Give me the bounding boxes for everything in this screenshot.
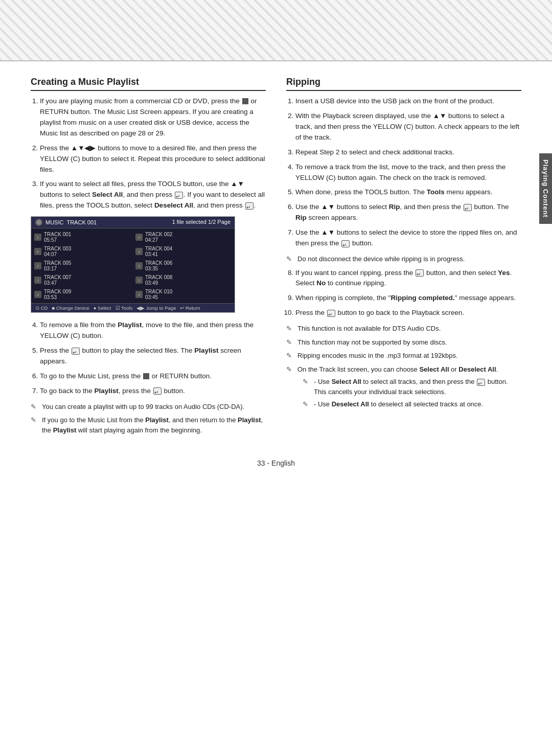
right-note-4b: - Use Deselect All to deselect all selec…	[303, 399, 521, 409]
track-note-icon-10: ♪	[135, 291, 143, 298]
track-time-10: 03:45	[145, 294, 172, 300]
left-step-7: To go back to the Playlist, press the bu…	[40, 386, 266, 397]
track-item-1: ♪ TRACK 001 05:57	[34, 231, 130, 244]
track-item-3: ♪ TRACK 003 04:07	[34, 245, 130, 258]
footer-cd: ⊙ CD	[35, 305, 48, 311]
track-item-6: ♪ TRACK 006 03:35	[135, 259, 232, 272]
track-time-9: 03:53	[44, 294, 71, 300]
right-note-disconnect-item: Do not disconnect the device while rippi…	[286, 254, 521, 264]
left-note-1: You can create a playlist with up to 99 …	[31, 402, 266, 412]
track-time-2: 04:27	[145, 237, 172, 243]
track-time-8: 03:49	[145, 280, 172, 286]
left-notes-list: You can create a playlist with up to 99 …	[31, 402, 266, 436]
header-pattern	[0, 0, 552, 61]
enter-icon	[175, 192, 183, 199]
left-step-1: If you are playing music from a commerci…	[40, 96, 266, 139]
left-step-5: Press the button to play the selected fi…	[40, 346, 266, 367]
footer-tools: ☑ Tools	[116, 305, 133, 311]
page-language-separator: -	[267, 459, 271, 467]
enter-icon-7	[416, 269, 424, 277]
left-step-6: To go to the Music List, press the or RE…	[40, 371, 266, 382]
enter-icon-4	[153, 387, 162, 395]
track-item-2: ♪ TRACK 002 04:27	[135, 231, 232, 244]
track-time-1: 05:57	[44, 237, 71, 243]
right-note-1: This function is not available for DTS A…	[286, 324, 521, 334]
right-step-1: Insert a USB device into the USB jack on…	[295, 96, 521, 107]
right-note-4a: - Use Select All to select all tracks, a…	[303, 377, 521, 397]
track-item-7: ♪ TRACK 007 03:47	[34, 273, 130, 287]
right-note-2: This function may not be supported by so…	[286, 337, 521, 348]
left-step-2: Press the ▲▼◀▶ buttons to move to a desi…	[40, 143, 266, 175]
track-note-icon-4: ♪	[135, 248, 143, 255]
track-item-4: ♪ TRACK 004 03:41	[135, 245, 232, 258]
track-time-6: 03:35	[145, 266, 172, 271]
music-disc-icon	[35, 219, 42, 226]
left-step-4: To remove a file from the Playlist, move…	[40, 320, 266, 341]
track-note-icon-9: ♪	[34, 291, 41, 298]
track-time-5: 03:17	[44, 266, 71, 271]
track-name-9: TRACK 009	[44, 289, 71, 294]
track-name-1: TRACK 001	[44, 232, 71, 237]
track-name-4: TRACK 004	[145, 246, 172, 251]
track-note-icon-8: ♪	[135, 277, 143, 284]
track-item-10: ♪ TRACK 010 03:45	[135, 288, 232, 301]
left-steps-list-continued: To remove a file from the Playlist, move…	[31, 320, 266, 397]
music-screen-header: MUSIC TRACK 001 1 file selected 1/2 Page	[31, 217, 235, 228]
enter-icon-3	[72, 348, 80, 355]
track-time-4: 03:41	[145, 251, 172, 257]
music-track-label: TRACK 001	[66, 219, 97, 225]
footer-change-device: ■ Change Device	[52, 305, 89, 311]
music-screen-image: MUSIC TRACK 001 1 file selected 1/2 Page…	[31, 216, 235, 313]
page-number: 33	[257, 459, 265, 467]
footer-select: ● Select	[94, 305, 111, 311]
track-name-5: TRACK 005	[44, 260, 71, 266]
right-step-5: When done, press the TOOLS button. The T…	[295, 187, 521, 198]
right-step-6: Use the ▲▼ buttons to select Rip, and th…	[295, 202, 521, 223]
track-note-icon-6: ♪	[135, 262, 143, 269]
enter-icon-9	[477, 379, 485, 386]
side-playing-content-label: Playing Content	[539, 153, 552, 224]
music-page-label: 1 file selected 1/2 Page	[172, 219, 231, 226]
track-item-8: ♪ TRACK 008 03:49	[135, 273, 232, 287]
track-note-icon-7: ♪	[34, 277, 41, 284]
track-name-2: TRACK 002	[145, 232, 172, 237]
track-name-3: TRACK 003	[44, 246, 71, 251]
track-time-3: 04:07	[44, 251, 71, 257]
track-note-icon-1: ♪	[34, 234, 41, 241]
page-footer: 33 - English	[31, 459, 521, 467]
track-name-10: TRACK 010	[145, 289, 172, 294]
music-screen-title: MUSIC	[45, 219, 63, 225]
right-note-4: On the Track list screen, you can choose…	[286, 364, 521, 409]
right-step-3: Repeat Step 2 to select and check additi…	[295, 147, 521, 158]
footer-jump: ◀▶ Jump to Page	[136, 305, 176, 311]
left-step-3: If you want to select all files, press t…	[40, 179, 266, 211]
enter-icon-2	[245, 202, 254, 210]
right-steps-list: Insert a USB device into the USB jack on…	[286, 96, 521, 249]
right-step-8: If you want to cancel ripping, press the…	[295, 268, 521, 289]
footer-return: ↩ Return	[180, 305, 200, 311]
track-note-icon-3: ♪	[34, 248, 41, 255]
enter-icon-6	[341, 240, 350, 247]
track-note-icon-2: ♪	[135, 234, 143, 241]
right-step-4: To remove a track from the list, move to…	[295, 162, 521, 184]
track-note-icon-5: ♪	[34, 262, 41, 269]
right-note-disconnect: Do not disconnect the device while rippi…	[286, 254, 521, 264]
right-notes-list: This function is not available for DTS A…	[286, 324, 521, 409]
right-column: Ripping Insert a USB device into the USB…	[286, 77, 521, 439]
track-item-9: ♪ TRACK 009 03:53	[34, 288, 130, 301]
left-note-2: If you go to the Music List from the Pla…	[31, 415, 266, 435]
right-section-title: Ripping	[286, 77, 521, 91]
track-item-5: ♪ TRACK 005 03:17	[34, 259, 130, 272]
stop-icon	[242, 98, 248, 104]
track-time-7: 03:47	[44, 280, 71, 286]
enter-icon-8	[327, 310, 335, 317]
track-name-6: TRACK 006	[145, 260, 172, 266]
music-screen-footer: ⊙ CD ■ Change Device ● Select ☑ Tools ◀▶…	[31, 303, 235, 312]
right-step-9: When ripping is complete, the "Ripping c…	[295, 293, 521, 304]
page-language: English	[271, 459, 295, 467]
stop-icon-2	[143, 373, 149, 379]
right-step-2: With the Playback screen displayed, use …	[295, 111, 521, 143]
track-name-8: TRACK 008	[145, 274, 172, 280]
music-tracks-grid: ♪ TRACK 001 05:57 ♪ TRACK 002 04:27	[31, 228, 235, 303]
right-step-10: Press the button to go back to the Playb…	[295, 308, 521, 318]
